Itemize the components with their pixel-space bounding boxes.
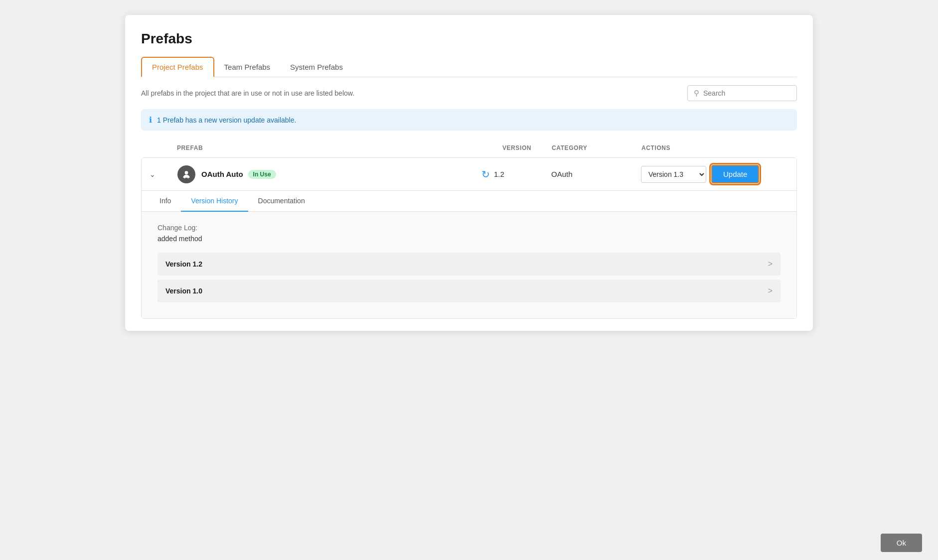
description-text: All prefabs in the project that are in u… (141, 89, 354, 97)
detail-panel: Info Version History Documentation Chang… (142, 190, 796, 318)
detail-content: Change Log: added method Version 1.2 > V… (142, 212, 796, 318)
prefab-name-cell: OAuth Auto In Use (177, 165, 481, 183)
footer: Ok (0, 526, 938, 560)
prefab-row-container: ⌄ OAuth Auto In Use ↻ 1.2 (141, 157, 797, 319)
version-select[interactable]: Version 1.3 Version 1.2 Version 1.1 Vers… (641, 166, 706, 183)
expand-button[interactable]: ⌄ (148, 168, 157, 180)
detail-tabs: Info Version History Documentation (142, 191, 796, 212)
in-use-badge: In Use (248, 170, 276, 179)
info-banner: ℹ 1 Prefab has a new version update avai… (141, 109, 797, 131)
version-list-label-1-0: Version 1.0 (165, 287, 202, 295)
tab-system-prefabs[interactable]: System Prefabs (280, 57, 353, 77)
tab-project-prefabs[interactable]: Project Prefabs (141, 57, 214, 77)
tab-info[interactable]: Info (150, 191, 181, 212)
page-title: Prefabs (141, 31, 797, 47)
table-header: PREFAB VERSION CATEGORY ACTIONS (141, 140, 797, 155)
search-input[interactable] (703, 89, 790, 97)
category-value: OAuth (551, 170, 641, 178)
changelog-value: added method (157, 235, 781, 243)
expand-cell: ⌄ (148, 168, 177, 180)
version-list-label-1-2: Version 1.2 (165, 260, 202, 268)
update-button[interactable]: Update (711, 165, 759, 183)
info-icon: ℹ (149, 115, 152, 125)
actions-cell: Version 1.3 Version 1.2 Version 1.1 Vers… (641, 165, 790, 183)
svg-point-0 (185, 171, 188, 174)
ok-button[interactable]: Ok (881, 534, 922, 552)
col-header-expand (147, 144, 177, 151)
prefab-name: OAuth Auto (201, 170, 243, 178)
changelog-label: Change Log: (157, 224, 781, 232)
version-with-refresh: ↻ 1.2 (481, 168, 551, 180)
banner-text: 1 Prefab has a new version update availa… (157, 116, 296, 124)
tab-documentation[interactable]: Documentation (248, 191, 315, 212)
col-header-version: VERSION (482, 144, 552, 151)
version-list-item-1-2[interactable]: Version 1.2 > (157, 253, 781, 276)
chevron-right-icon-1-0: > (768, 286, 773, 295)
col-header-actions: ACTIONS (641, 144, 791, 151)
prefab-main-row: ⌄ OAuth Auto In Use ↻ 1.2 (142, 158, 796, 190)
tab-version-history[interactable]: Version History (181, 191, 248, 212)
chevron-right-icon-1-2: > (768, 260, 773, 269)
tab-team-prefabs[interactable]: Team Prefabs (214, 57, 281, 77)
prefab-icon (177, 165, 195, 183)
search-icon: ⚲ (694, 89, 699, 98)
version-value: 1.2 (494, 170, 504, 178)
col-header-prefab: PREFAB (177, 144, 482, 151)
top-tabs-row: Project Prefabs Team Prefabs System Pref… (141, 57, 797, 77)
search-box: ⚲ (687, 85, 797, 101)
col-header-category: CATEGORY (552, 144, 641, 151)
refresh-icon[interactable]: ↻ (481, 168, 490, 180)
description-row: All prefabs in the project that are in u… (141, 85, 797, 101)
version-list-item-1-0[interactable]: Version 1.0 > (157, 280, 781, 302)
prefab-name-wrapper: OAuth Auto In Use (201, 170, 276, 179)
